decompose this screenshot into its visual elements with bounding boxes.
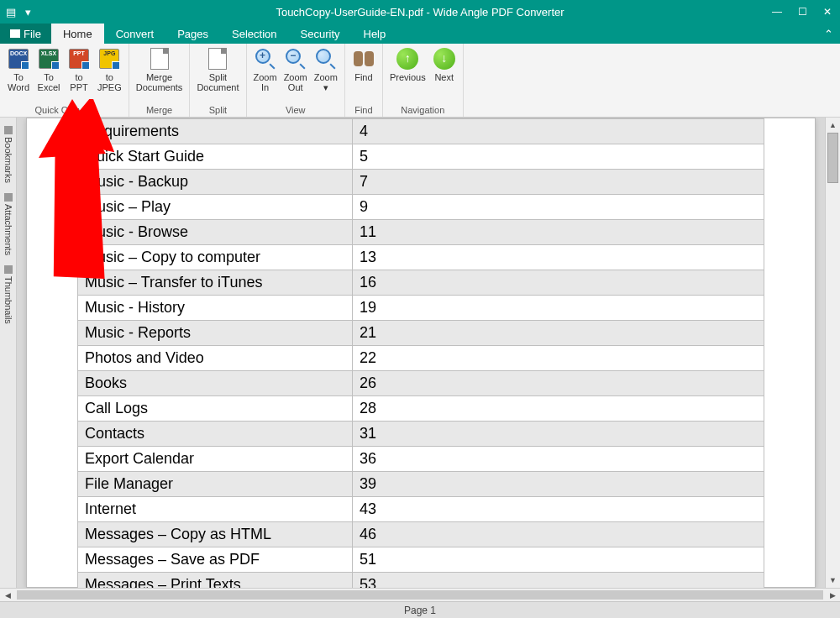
toc-page-cell: 53 xyxy=(353,573,764,589)
tab-selection[interactable]: Selection xyxy=(220,24,288,44)
to-ppt-icon: PPT xyxy=(67,47,91,71)
horizontal-scrollbar[interactable]: ◀ ▶ xyxy=(0,588,840,601)
toc-page-cell: 19 xyxy=(353,296,764,321)
to-word-button[interactable]: DOCXTo Word xyxy=(3,45,34,105)
previous-button[interactable]: ↑Previous xyxy=(386,45,429,105)
to-jpeg-button[interactable]: JPGto JPEG xyxy=(94,45,125,105)
zoom-out-label: Zoom Out xyxy=(284,72,307,94)
attachments-icon xyxy=(4,193,13,202)
split-document-label: Split Document xyxy=(197,72,239,94)
toc-title-cell: Export Calendar xyxy=(78,447,353,472)
to-excel-icon: XLSX xyxy=(37,47,60,71)
table-row: Photos and Video22 xyxy=(78,346,764,371)
toc-title-cell: Music - History xyxy=(78,296,353,321)
table-row: Quick Start Guide5 xyxy=(78,144,764,170)
scroll-thumb[interactable] xyxy=(827,133,838,183)
qat-dropdown-icon[interactable]: ▾ xyxy=(22,6,34,18)
group-label: View xyxy=(250,105,341,117)
to-ppt-label: to PPT xyxy=(70,72,87,94)
toc-page-cell: 39 xyxy=(353,472,764,497)
next-label: Next xyxy=(434,72,454,94)
ribbon-group-navigation: ↑Previous↓NextNavigation xyxy=(383,44,464,117)
tab-home[interactable]: Home xyxy=(51,24,104,44)
toc-title-cell: Call Logs xyxy=(78,396,353,422)
zoom-in-icon: + xyxy=(254,47,277,71)
toc-title-cell: Quick Start Guide xyxy=(78,144,353,170)
app-icon: ▤ xyxy=(5,6,17,18)
to-word-icon: DOCX xyxy=(7,47,30,71)
file-menu[interactable]: File xyxy=(0,24,51,44)
thumbnails-icon xyxy=(4,265,13,274)
scroll-left-icon[interactable]: ◀ xyxy=(0,589,15,601)
toc-title-cell: Messages – Copy as HTML xyxy=(78,522,353,547)
to-excel-label: To Excel xyxy=(38,72,60,94)
toc-page-cell: 28 xyxy=(353,396,764,422)
to-jpeg-icon: JPG xyxy=(97,47,121,71)
group-label: Quick Convert xyxy=(3,105,125,117)
zoom-button[interactable]: Zoom ▾ xyxy=(311,45,341,105)
to-excel-button[interactable]: XLSXTo Excel xyxy=(34,45,64,105)
ribbon-group-find: FindFind xyxy=(345,44,383,117)
to-word-label: To Word xyxy=(8,72,29,94)
maximize-button[interactable]: ☐ xyxy=(790,0,815,24)
document-viewport[interactable]: Requirements4Quick Start Guide5Music - B… xyxy=(17,118,825,588)
group-label: Find xyxy=(349,105,379,117)
toc-title-cell: Music - Reports xyxy=(78,321,353,346)
zoom-label: Zoom ▾ xyxy=(314,72,338,94)
next-button[interactable]: ↓Next xyxy=(429,45,459,105)
zoom-out-icon: − xyxy=(284,47,307,71)
file-label: File xyxy=(24,28,41,40)
split-document-button[interactable]: Split Document xyxy=(193,45,242,105)
table-row: Messages – Copy as HTML46 xyxy=(78,522,764,547)
ribbon: DOCXTo WordXLSXTo ExcelPPTto PPTJPGto JP… xyxy=(0,44,840,118)
zoom-in-label: Zoom In xyxy=(254,72,277,94)
table-row: Internet43 xyxy=(78,497,764,522)
document-page: Requirements4Quick Start Guide5Music - B… xyxy=(26,118,816,588)
toc-page-cell: 9 xyxy=(353,195,764,220)
toc-page-cell: 51 xyxy=(353,547,764,573)
toc-page-cell: 36 xyxy=(353,447,764,472)
table-row: Music - History19 xyxy=(78,296,764,321)
to-ppt-button[interactable]: PPTto PPT xyxy=(64,45,94,105)
menu-bar: File HomeConvertPagesSelectionSecurityHe… xyxy=(0,24,840,44)
side-tab-attachments[interactable]: Attachments xyxy=(2,188,15,260)
tab-convert[interactable]: Convert xyxy=(104,24,166,44)
toc-title-cell: Photos and Video xyxy=(78,346,353,371)
window-title: TouchCopy-UserGuide-EN.pdf - Wide Angle … xyxy=(276,6,564,18)
hscroll-thumb[interactable] xyxy=(17,590,823,600)
toc-page-cell: 26 xyxy=(353,371,764,396)
side-tab-label: Attachments xyxy=(3,204,13,255)
scroll-right-icon[interactable]: ▶ xyxy=(825,589,840,601)
find-button[interactable]: Find xyxy=(349,45,379,105)
toc-page-cell: 46 xyxy=(353,522,764,547)
ribbon-group-view: +Zoom In−Zoom OutZoom ▾View xyxy=(247,44,345,117)
zoom-in-button[interactable]: +Zoom In xyxy=(250,45,281,105)
table-row: Messages – Save as PDF51 xyxy=(78,547,764,573)
side-tab-bookmarks[interactable]: Bookmarks xyxy=(2,121,15,188)
toc-title-cell: Music – Transfer to iTunes xyxy=(78,270,353,296)
scroll-down-icon[interactable]: ▼ xyxy=(826,573,840,588)
ribbon-collapse-icon[interactable]: ⌃ xyxy=(824,24,833,44)
merge-documents-button[interactable]: Merge Documents xyxy=(133,45,186,105)
toc-title-cell: Internet xyxy=(78,497,353,522)
tab-pages[interactable]: Pages xyxy=(165,24,220,44)
bookmarks-icon xyxy=(4,126,13,134)
tab-security[interactable]: Security xyxy=(289,24,352,44)
toc-page-cell: 16 xyxy=(353,270,764,296)
table-row: Requirements4 xyxy=(78,119,764,144)
toc-page-cell: 7 xyxy=(353,170,764,195)
minimize-button[interactable]: — xyxy=(764,0,790,24)
toc-page-cell: 22 xyxy=(353,346,764,371)
toc-title-cell: Contacts xyxy=(78,422,353,447)
merge-documents-icon xyxy=(148,47,171,71)
zoom-out-button[interactable]: −Zoom Out xyxy=(281,45,311,105)
split-document-icon xyxy=(206,47,229,71)
table-row: Music – Transfer to iTunes16 xyxy=(78,270,764,296)
side-tab-thumbnails[interactable]: Thumbnails xyxy=(2,260,15,329)
vertical-scrollbar[interactable]: ▲ ▼ xyxy=(825,118,840,588)
tab-help[interactable]: Help xyxy=(352,24,398,44)
toc-title-cell: Books xyxy=(78,371,353,396)
ribbon-group-merge: Merge DocumentsMerge xyxy=(129,44,191,117)
scroll-up-icon[interactable]: ▲ xyxy=(826,118,840,133)
close-button[interactable]: ✕ xyxy=(815,0,840,24)
